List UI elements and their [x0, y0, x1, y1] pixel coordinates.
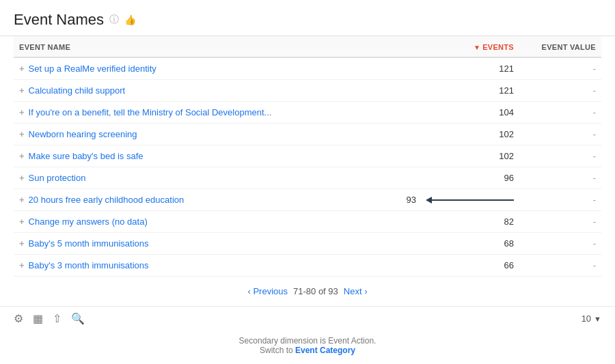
pagination-prev-button[interactable]: ‹ Previous: [248, 286, 288, 296]
event-category-link[interactable]: Event Category: [295, 346, 355, 355]
pagination: ‹ Previous 71-80 of 93 Next ›: [0, 277, 615, 303]
row-name-cell: +Make sure baby's bed is safe: [19, 151, 432, 161]
row-event-value-cell: -: [514, 129, 596, 139]
row-events-value: 93: [407, 195, 416, 205]
row-events-value: 102: [499, 151, 514, 161]
rows-dropdown-icon[interactable]: ▼: [594, 315, 601, 323]
table-header: EVENT NAME ▼ EVENTS EVENT VALUE: [14, 36, 601, 58]
row-name-cell: +Newborn hearing screening: [19, 129, 432, 139]
expand-row-icon[interactable]: +: [19, 107, 25, 117]
help-icon[interactable]: ⓘ: [109, 14, 119, 26]
row-event-value-cell: -: [514, 238, 596, 249]
row-events-cell: 82: [432, 216, 514, 227]
row-name-cell: +Baby's 3 month immunisations: [19, 260, 432, 270]
row-name-cell: +Calculating child support: [19, 85, 432, 96]
event-names-table: EVENT NAME ▼ EVENTS EVENT VALUE +Set up …: [0, 36, 615, 277]
row-events-cell: 93: [432, 195, 514, 205]
row-name-cell: +Baby's 5 month immunisations: [19, 238, 432, 249]
row-events-cell: 102: [432, 129, 514, 139]
gear-icon[interactable]: ⚙: [14, 312, 23, 325]
expand-row-icon[interactable]: +: [19, 260, 25, 270]
row-name-text[interactable]: Calculating child support: [29, 85, 126, 96]
row-name-text[interactable]: Baby's 3 month immunisations: [29, 260, 149, 270]
table-row: +If you're on a benefit, tell the Minist…: [14, 102, 601, 124]
row-event-value-cell: -: [514, 107, 596, 117]
thumbsup-icon[interactable]: 👍: [124, 14, 136, 25]
row-name-text[interactable]: Sun protection: [29, 173, 86, 183]
expand-row-icon[interactable]: +: [19, 64, 25, 74]
table-row: +Sun protection96-: [14, 167, 601, 189]
row-events-value: 66: [504, 260, 514, 270]
row-events-value: 121: [499, 64, 514, 74]
search-icon[interactable]: 🔍: [71, 312, 85, 325]
row-events-value: 82: [504, 216, 514, 227]
table-row: +Change my answers (no data)82-: [14, 211, 601, 233]
table-row: +Newborn hearing screening102-: [14, 124, 601, 145]
table-row: +Baby's 3 month immunisations66-: [14, 255, 601, 277]
arrow-wrapper: [426, 197, 514, 204]
row-event-value-cell: -: [514, 151, 596, 161]
expand-row-icon[interactable]: +: [19, 238, 25, 249]
col-header-events[interactable]: ▼ EVENTS: [432, 43, 514, 51]
footer-note: Secondary dimension is Event Action. Swi…: [0, 331, 615, 358]
sort-arrow-icon: ▼: [474, 44, 480, 51]
row-name-cell: +If you're on a benefit, tell the Minist…: [19, 107, 432, 117]
footer-line1: Secondary dimension is Event Action.: [239, 336, 377, 346]
row-events-cell: 102: [432, 151, 514, 161]
row-name-cell: +20 hours free early childhood education: [19, 195, 432, 205]
table-row: +20 hours free early childhood education…: [14, 189, 601, 211]
row-name-text[interactable]: Baby's 5 month immunisations: [29, 238, 149, 249]
row-events-value: 104: [499, 107, 514, 117]
row-name-cell: +Change my answers (no data): [19, 216, 432, 227]
expand-row-icon[interactable]: +: [19, 173, 25, 183]
row-event-value-cell: -: [514, 64, 596, 74]
expand-row-icon[interactable]: +: [19, 216, 25, 227]
row-events-cell: 66: [432, 260, 514, 270]
table-icon[interactable]: ▦: [33, 312, 43, 325]
expand-row-icon[interactable]: +: [19, 195, 25, 205]
row-event-value-cell: -: [514, 260, 596, 270]
arrow-line2: [432, 199, 514, 201]
row-events-cell: 121: [432, 85, 514, 96]
row-events-value: 68: [504, 238, 514, 249]
row-name-cell: +Sun protection: [19, 173, 432, 183]
row-events-cell: 104: [432, 107, 514, 117]
row-name-text[interactable]: 20 hours free early childhood education: [29, 195, 184, 205]
row-name-text[interactable]: Change my answers (no data): [29, 216, 148, 227]
row-name-text[interactable]: Make sure baby's bed is safe: [29, 151, 144, 161]
row-name-text[interactable]: Newborn hearing screening: [29, 129, 137, 139]
page-header: Event Names ⓘ 👍: [0, 0, 615, 36]
toolbar-left: ⚙ ▦ ⇧ 🔍: [14, 312, 85, 325]
table-row: +Baby's 5 month immunisations68-: [14, 233, 601, 255]
arrow-head2: [426, 197, 432, 204]
row-name-cell: +Set up a RealMe verified identity: [19, 64, 432, 74]
row-events-cell: 121: [432, 64, 514, 74]
col-header-event-value: EVENT VALUE: [514, 43, 596, 51]
expand-row-icon[interactable]: +: [19, 85, 25, 96]
row-name-text[interactable]: If you're on a benefit, tell the Ministr…: [29, 107, 272, 117]
col-header-event-name: EVENT NAME: [19, 43, 432, 51]
row-name-text[interactable]: Set up a RealMe verified identity: [29, 64, 156, 74]
toolbar-right: 10 ▼: [582, 313, 601, 324]
expand-row-icon[interactable]: +: [19, 151, 25, 161]
row-events-cell: 68: [432, 238, 514, 249]
expand-row-icon[interactable]: +: [19, 129, 25, 139]
table-row: +Calculating child support121-: [14, 80, 601, 102]
table-row: +Set up a RealMe verified identity121-: [14, 58, 601, 80]
pagination-info: 71-80 of 93: [293, 286, 338, 296]
page-title: Event Names: [14, 11, 104, 29]
share-icon[interactable]: ⇧: [53, 312, 62, 325]
toolbar: ⚙ ▦ ⇧ 🔍 10 ▼: [0, 306, 615, 331]
row-event-value-cell: -: [514, 195, 596, 205]
table-row: +Make sure baby's bed is safe102-: [14, 145, 601, 167]
row-events-cell: 96: [432, 173, 514, 183]
row-event-value-cell: -: [514, 173, 596, 183]
row-event-value-cell: -: [514, 85, 596, 96]
pagination-next-button[interactable]: Next ›: [344, 286, 368, 296]
rows-count: 10: [582, 313, 591, 324]
table-body: +Set up a RealMe verified identity121-+C…: [14, 58, 601, 277]
row-events-value: 96: [504, 173, 514, 183]
row-event-value-cell: -: [514, 216, 596, 227]
row-events-value: 121: [499, 85, 514, 96]
row-events-value: 102: [499, 129, 514, 139]
